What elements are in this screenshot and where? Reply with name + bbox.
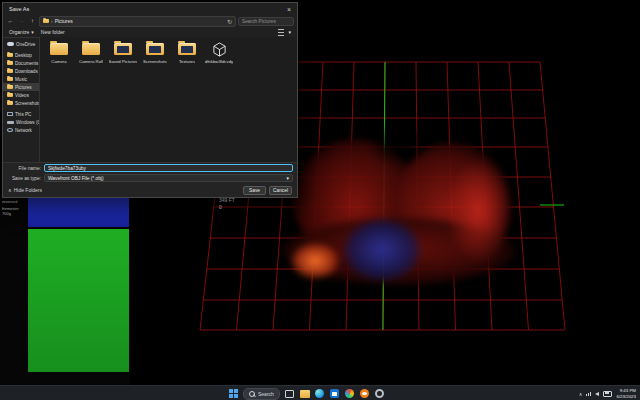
back-icon[interactable]: ← (6, 18, 15, 24)
breadcrumb-separator: › (51, 18, 53, 24)
file-item-camera[interactable]: Camera (44, 41, 74, 64)
network-icon (7, 128, 13, 132)
sidebar-item-windows-c[interactable]: Windows (C:) (3, 118, 39, 126)
sidebar-item-documents[interactable]: Documents (3, 59, 39, 67)
folder-icon (146, 43, 164, 55)
dialog-sidebar: OneDrive Desktop Documents Downloads (3, 37, 40, 162)
dialog-title: Save As (9, 6, 29, 12)
close-icon[interactable]: × (281, 3, 297, 15)
save-type-value: Wavefront OBJ File (*.obj) (48, 176, 104, 181)
dialog-footer: ∧ Hide Folders Save Cancel (3, 183, 297, 197)
filename-input[interactable] (44, 164, 293, 172)
blender-button[interactable] (360, 388, 370, 399)
store-icon (330, 389, 339, 398)
file-item-saved-pictures[interactable]: Saved Pictures (108, 41, 138, 64)
folder-icon (7, 69, 13, 73)
folder-icon (7, 85, 13, 89)
sidebar-item-music[interactable]: Music (3, 75, 39, 83)
sidebar-item-videos[interactable]: Videos (3, 91, 39, 99)
volume-icon[interactable] (595, 392, 599, 396)
sidebar-item-screenshots[interactable]: Screenshots (3, 99, 39, 107)
search-icon (249, 391, 255, 397)
breadcrumb-item-pictures[interactable]: Pictures (55, 18, 73, 24)
taskbar-search-label: Search (258, 391, 274, 397)
view-chevron-icon[interactable]: ▾ (288, 29, 291, 35)
green-swatch[interactable] (28, 229, 129, 372)
file-explorer-button[interactable] (300, 388, 310, 399)
new-folder-label: New folder (41, 29, 65, 35)
folder-icon (300, 390, 310, 398)
file-item-camera-roll[interactable]: Camera Roll (76, 41, 106, 64)
sidebar-item-pictures[interactable]: Pictures (3, 83, 39, 91)
panel-label-top: reserved (2, 199, 18, 204)
date-label: 6/23/2023 (616, 394, 636, 400)
taskbar-search[interactable]: Search (243, 388, 280, 400)
tray-chevron-icon[interactable]: ∧ (579, 391, 583, 397)
settings-button[interactable] (375, 388, 385, 399)
task-view-icon (285, 390, 294, 398)
save-button[interactable]: Save (243, 186, 266, 195)
hide-folders-label: Hide Folders (14, 187, 42, 193)
folder-icon (50, 43, 68, 55)
cube-icon (212, 42, 227, 57)
edge-button[interactable] (315, 388, 325, 399)
sidebar-item-onedrive[interactable]: OneDrive (3, 40, 39, 48)
sidebar-item-label: Downloads (15, 69, 38, 74)
organize-button[interactable]: Organize ▾ (9, 29, 34, 35)
search-input[interactable] (238, 17, 294, 26)
up-icon[interactable]: ↑ (28, 18, 37, 24)
blue-swatch[interactable] (28, 198, 129, 227)
sidebar-item-desktop[interactable]: Desktop (3, 51, 39, 59)
drive-icon (7, 121, 14, 124)
refresh-icon[interactable]: ↻ (227, 18, 232, 25)
photos-button[interactable] (345, 388, 355, 399)
taskbar-clock[interactable]: 9:43 PM 6/23/2023 (616, 388, 636, 399)
cloud-icon (7, 42, 14, 46)
chevron-down-icon: ▾ (287, 176, 289, 181)
folder-icon (7, 77, 13, 81)
chevron-down-icon: ▾ (31, 29, 34, 35)
hud-zero-label: 0 (219, 204, 222, 210)
sidebar-item-label: This PC (15, 112, 31, 117)
view-options-icon[interactable] (278, 29, 284, 36)
edge-icon (315, 389, 324, 398)
mesh-object (275, 125, 525, 290)
sidebar-item-label: Windows (C:) (16, 120, 39, 125)
folder-icon (114, 43, 132, 55)
sidebar-item-network[interactable]: Network (3, 126, 39, 134)
new-folder-button[interactable]: New folder (41, 29, 65, 35)
task-view-button[interactable] (285, 388, 295, 399)
collapse-icon: ∧ (8, 187, 12, 193)
organize-label: Organize (9, 29, 29, 35)
start-button[interactable] (228, 388, 238, 399)
wifi-icon[interactable] (586, 392, 591, 396)
sidebar-item-label: Desktop (15, 53, 32, 58)
file-item-label: Camera (51, 59, 66, 64)
folder-icon (43, 19, 49, 23)
hide-folders-button[interactable]: ∧ Hide Folders (8, 187, 42, 193)
left-tool-panel: reserved fremester 700g (0, 195, 130, 385)
dialog-titlebar: Save As × (3, 3, 297, 15)
breadcrumb[interactable]: › Pictures ↻ (39, 16, 236, 27)
sidebar-item-downloads[interactable]: Downloads (3, 67, 39, 75)
folder-icon (7, 93, 13, 97)
sidebar-item-label: Network (15, 128, 32, 133)
photos-icon (345, 389, 354, 398)
taskbar: Search ∧ 9:43 PM 6/23/2023 (0, 385, 640, 400)
folder-icon (178, 43, 196, 55)
cancel-button[interactable]: Cancel (269, 186, 292, 195)
store-button[interactable] (330, 388, 340, 399)
sidebar-item-this-pc[interactable]: This PC (3, 110, 39, 118)
file-item-screenshots[interactable]: Screenshots (140, 41, 170, 64)
file-item-obj[interactable]: dfnkbw3fdcvdy (204, 41, 234, 64)
file-item-label: Camera Roll (79, 59, 103, 64)
file-item-textures[interactable]: Textures (172, 41, 202, 64)
sidebar-item-label: Documents (15, 61, 38, 66)
filename-label: File name: (7, 166, 41, 171)
dialog-fields: File name: Save as type: Wavefront OBJ F… (3, 162, 297, 183)
file-item-label: Screenshots (143, 59, 167, 64)
battery-icon[interactable] (603, 391, 612, 397)
folder-icon (7, 101, 13, 105)
forward-icon[interactable]: → (17, 18, 26, 24)
save-type-select[interactable]: Wavefront OBJ File (*.obj) ▾ (44, 174, 293, 182)
